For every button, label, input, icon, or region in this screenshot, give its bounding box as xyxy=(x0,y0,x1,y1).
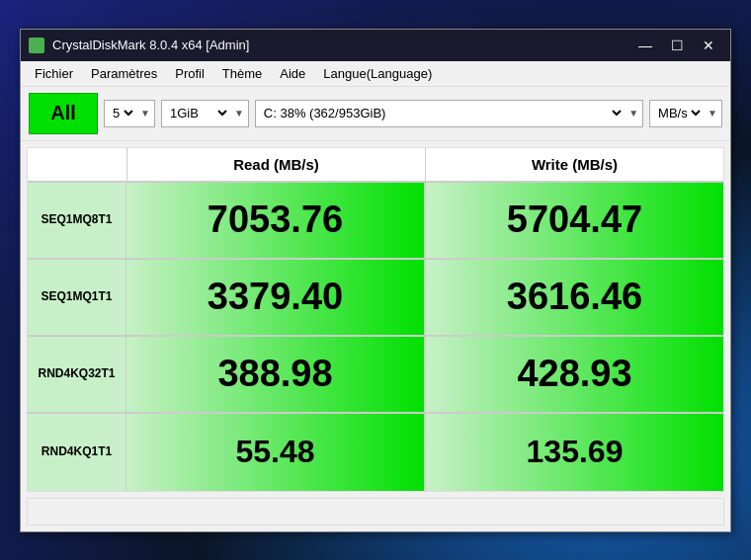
value-write-rnd4k-q1t1: 135.69 xyxy=(527,434,624,470)
menu-fichier[interactable]: Fichier xyxy=(27,64,81,83)
row-write-rnd4k-q32t1: 428.93 xyxy=(426,337,723,412)
table-row: RND4K Q1T1 55.48 135.69 xyxy=(28,414,723,491)
unit-chevron: ▼ xyxy=(708,108,717,119)
row-label-seq1m-q1t1: SEQ1M Q1T1 xyxy=(28,260,126,335)
header-write: Write (MB/s) xyxy=(426,148,723,181)
maximize-button[interactable]: ☐ xyxy=(663,36,691,55)
table-row: RND4K Q32T1 388.98 428.93 xyxy=(28,337,723,414)
minimize-button[interactable]: — xyxy=(631,36,659,55)
row-write-seq1m-q1t1: 3616.46 xyxy=(426,260,723,335)
unit-select[interactable]: MB/s GB/s ▼ xyxy=(649,100,722,127)
drive-chevron: ▼ xyxy=(628,108,638,119)
menu-theme[interactable]: Thème xyxy=(214,64,270,83)
title-bar: CrystalDiskMark 8.0.4 x64 [Admin] — ☐ ✕ xyxy=(21,30,730,61)
close-button[interactable]: ✕ xyxy=(695,36,722,55)
window-controls: — ☐ ✕ xyxy=(631,36,722,55)
count-chevron: ▼ xyxy=(140,108,150,119)
app-icon xyxy=(29,38,44,53)
value-read-rnd4k-q1t1: 55.48 xyxy=(235,434,314,470)
row-label-rnd4k-q1t1: RND4K Q1T1 xyxy=(28,414,126,491)
table-header: Read (MB/s) Write (MB/s) xyxy=(28,148,723,183)
table-row: SEQ1M Q1T1 3379.40 3616.46 xyxy=(28,260,723,337)
row-read-seq1m-q8t1: 7053.76 xyxy=(126,183,426,258)
drive-select[interactable]: C: 38% (362/953GiB) ▼ xyxy=(255,100,643,127)
header-label-spacer xyxy=(28,148,126,181)
row-write-rnd4k-q1t1: 135.69 xyxy=(426,414,723,491)
row-read-rnd4k-q32t1: 388.98 xyxy=(126,337,426,412)
all-button[interactable]: All xyxy=(29,93,98,134)
header-read: Read (MB/s) xyxy=(126,148,426,181)
value-read-seq1m-q8t1: 7053.76 xyxy=(208,199,343,241)
value-write-rnd4k-q32t1: 428.93 xyxy=(517,353,631,395)
menu-langue[interactable]: Langue(Language) xyxy=(315,64,440,83)
row-label-seq1m-q8t1: SEQ1M Q8T1 xyxy=(28,183,126,258)
value-write-seq1m-q1t1: 3616.46 xyxy=(507,276,642,318)
value-write-seq1m-q8t1: 5704.47 xyxy=(507,199,642,241)
value-read-rnd4k-q32t1: 388.98 xyxy=(217,353,332,395)
drive-dropdown[interactable]: C: 38% (362/953GiB) xyxy=(260,105,625,121)
benchmark-table: Read (MB/s) Write (MB/s) SEQ1M Q8T1 7053… xyxy=(27,147,724,492)
row-write-seq1m-q8t1: 5704.47 xyxy=(426,183,723,258)
count-select[interactable]: 5 1 3 ▼ xyxy=(104,100,155,127)
row-read-seq1m-q1t1: 3379.40 xyxy=(126,260,426,335)
value-read-seq1m-q1t1: 3379.40 xyxy=(208,276,343,318)
row-read-rnd4k-q1t1: 55.48 xyxy=(126,414,426,491)
size-dropdown[interactable]: 1GiB 512MiB 256MiB xyxy=(166,105,230,121)
table-row: SEQ1M Q8T1 7053.76 5704.47 xyxy=(28,183,723,260)
size-select[interactable]: 1GiB 512MiB 256MiB ▼ xyxy=(161,100,249,127)
toolbar: All 5 1 3 ▼ 1GiB 512MiB 256MiB ▼ C: 38% … xyxy=(21,87,730,141)
unit-dropdown[interactable]: MB/s GB/s xyxy=(654,105,704,121)
window-title: CrystalDiskMark 8.0.4 x64 [Admin] xyxy=(52,38,631,52)
menu-aide[interactable]: Aide xyxy=(272,64,313,83)
main-window: CrystalDiskMark 8.0.4 x64 [Admin] — ☐ ✕ … xyxy=(20,29,731,532)
count-dropdown[interactable]: 5 1 3 xyxy=(109,105,136,121)
footer-bar xyxy=(27,498,724,525)
menu-profil[interactable]: Profil xyxy=(167,64,212,83)
row-label-rnd4k-q32t1: RND4K Q32T1 xyxy=(28,337,126,412)
menu-parametres[interactable]: Paramètres xyxy=(83,64,165,83)
menu-bar: Fichier Paramètres Profil Thème Aide Lan… xyxy=(21,61,730,87)
size-chevron: ▼ xyxy=(234,108,244,119)
